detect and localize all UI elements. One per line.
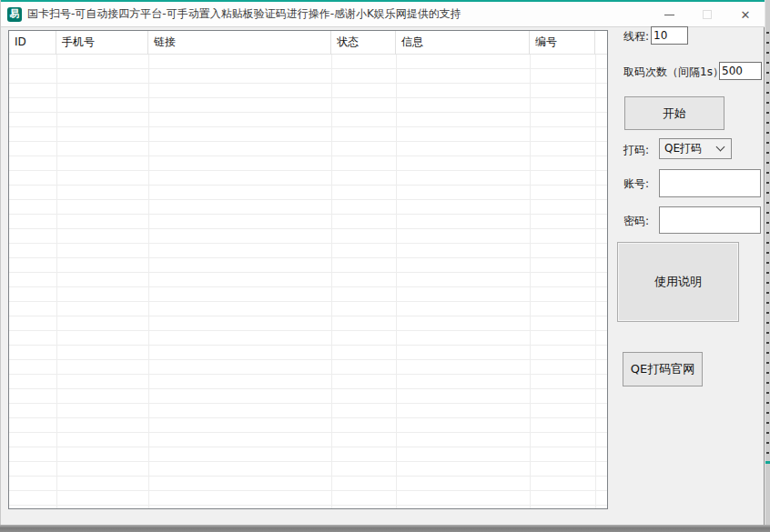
table-row <box>9 127 607 142</box>
table-row <box>9 55 607 69</box>
grid-line <box>56 55 57 508</box>
ruler-tick <box>766 272 769 274</box>
ruler-tick <box>766 172 769 174</box>
table-row <box>9 433 607 447</box>
table-row <box>9 389 607 404</box>
table-row <box>9 418 607 433</box>
table-row <box>9 273 607 287</box>
minimize-button[interactable] <box>650 2 688 27</box>
maximize-button[interactable] <box>688 2 726 27</box>
ruler-tick <box>766 72 769 74</box>
password-label: 密码: <box>623 214 649 229</box>
ruler-tick <box>766 362 769 364</box>
table-row <box>9 287 607 302</box>
title-bar: 易 国卡扫号-可自动接四方平台-可手动置入粘贴板验证码进行操作-感谢小K娱乐网提… <box>1 2 765 27</box>
captcha-provider-select[interactable]: QE打码 <box>659 138 732 159</box>
ruler-tick <box>766 52 769 54</box>
results-table[interactable]: ID手机号链接状态信息编号 <box>8 30 608 509</box>
close-icon: ✕ <box>741 9 751 21</box>
table-row <box>9 477 607 491</box>
ruler-tick <box>766 432 769 434</box>
ruler-tick <box>766 442 769 444</box>
ruler-tick <box>766 292 769 294</box>
ruler-tick <box>766 202 769 204</box>
password-input[interactable] <box>659 206 761 234</box>
minimize-icon <box>664 15 674 15</box>
window-controls: ✕ <box>650 2 765 27</box>
table-row <box>9 98 607 113</box>
table-row <box>9 200 607 215</box>
ruler-tick <box>766 342 769 344</box>
ruler-tick <box>766 352 769 354</box>
grid-line <box>331 55 332 508</box>
table-row <box>9 346 607 360</box>
close-button[interactable]: ✕ <box>726 2 765 27</box>
thread-input[interactable] <box>651 26 688 45</box>
column-header-状态[interactable]: 状态 <box>331 31 396 55</box>
column-header-spacer[interactable] <box>595 31 607 55</box>
table-row <box>9 404 607 418</box>
table-row <box>9 113 607 127</box>
table-body <box>9 55 607 508</box>
ruler-tick <box>766 32 769 34</box>
ruler-tick <box>766 312 769 314</box>
column-header-信息[interactable]: 信息 <box>396 31 530 55</box>
start-button[interactable]: 开始 <box>624 96 724 130</box>
ruler-tick <box>766 302 769 304</box>
ruler-tick <box>766 152 769 154</box>
ruler-tick <box>766 372 769 374</box>
window-bottom-edge <box>0 525 770 532</box>
ruler-tick <box>766 132 769 134</box>
ruler-tick <box>766 382 769 384</box>
table-header: ID手机号链接状态信息编号 <box>9 31 607 55</box>
ruler-tick <box>766 402 769 404</box>
ruler-tick <box>766 42 769 44</box>
usage-instructions-button[interactable]: 使用说明 <box>617 242 739 322</box>
background-ruler-strip <box>765 0 770 532</box>
column-header-编号[interactable]: 编号 <box>530 31 595 55</box>
fetch-count-input[interactable] <box>719 62 762 80</box>
ruler-tick <box>766 242 769 244</box>
ruler-tick <box>766 392 769 394</box>
ruler-tick <box>766 222 769 224</box>
table-row <box>9 447 607 462</box>
ruler-tick <box>766 282 769 284</box>
captcha-provider-selected: QE打码 <box>660 141 717 156</box>
column-header-链接[interactable]: 链接 <box>148 31 331 55</box>
table-row <box>9 331 607 346</box>
ruler-tick <box>766 232 769 234</box>
ruler-tick <box>766 322 769 324</box>
ruler-tick <box>766 82 769 84</box>
account-input[interactable] <box>659 169 761 197</box>
app-window: 易 国卡扫号-可自动接四方平台-可手动置入粘贴板验证码进行操作-感谢小K娱乐网提… <box>0 0 765 525</box>
account-label: 账号: <box>623 176 649 192</box>
table-row <box>9 462 607 477</box>
ruler-tick <box>766 182 769 184</box>
captcha-provider-label: 打码: <box>623 143 649 158</box>
ruler-tick <box>766 162 769 164</box>
ruler-tick <box>766 252 769 254</box>
ruler-tick <box>766 112 769 114</box>
table-row <box>9 258 607 273</box>
column-header-手机号[interactable]: 手机号 <box>56 31 148 55</box>
table-row <box>9 171 607 186</box>
ruler-tick <box>766 452 769 454</box>
ruler-tick <box>766 332 769 334</box>
table-row <box>9 375 607 389</box>
table-row <box>9 215 607 229</box>
thread-label: 线程: <box>623 29 649 45</box>
window-title: 国卡扫号-可自动接四方平台-可手动置入粘贴板验证码进行操作-感谢小K娱乐网提供的… <box>27 6 461 22</box>
table-row <box>9 360 607 375</box>
table-row <box>9 316 607 331</box>
column-header-ID[interactable]: ID <box>9 31 56 55</box>
table-row <box>9 142 607 156</box>
ruler-tick <box>766 262 769 264</box>
ruler-tick <box>766 192 769 194</box>
table-row <box>9 186 607 200</box>
qe-official-site-button[interactable]: QE打码官网 <box>623 352 703 386</box>
table-row <box>9 302 607 316</box>
chevron-down-icon <box>716 143 725 152</box>
table-row <box>9 244 607 258</box>
ruler-tick <box>766 102 769 104</box>
ruler-tick <box>766 422 769 424</box>
